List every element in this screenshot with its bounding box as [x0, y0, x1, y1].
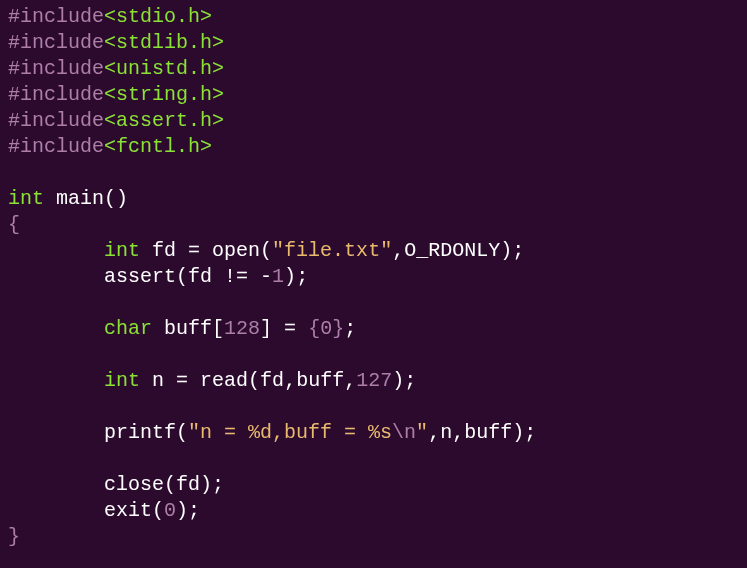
close-brace: }	[8, 525, 20, 548]
header-name: <fcntl.h>	[104, 135, 212, 158]
main-signature: int main()	[8, 187, 128, 210]
char-keyword: char	[104, 317, 152, 340]
read-function: read	[200, 369, 248, 392]
file-string: "file.txt"	[272, 239, 392, 262]
number-one: 1	[272, 265, 284, 288]
line-fd-open: int fd = open("file.txt",O_RDONLY);	[8, 239, 524, 262]
line-assert: assert(fd != -1);	[8, 265, 308, 288]
close-paren: )	[116, 187, 128, 210]
header-name: <string.h>	[104, 83, 224, 106]
header-name: <assert.h>	[104, 109, 224, 132]
include-line-4: #include<string.h>	[8, 83, 224, 106]
number-128: 128	[224, 317, 260, 340]
open-brace: {	[8, 213, 20, 236]
open-function: open	[212, 239, 260, 262]
header-name: <stdlib.h>	[104, 31, 224, 54]
n-variable: n	[152, 369, 164, 392]
assert-function: assert	[104, 265, 176, 288]
header-name: <unistd.h>	[104, 57, 224, 80]
header-name: <stdio.h>	[104, 5, 212, 28]
line-close: close(fd);	[8, 473, 224, 496]
int-keyword: int	[104, 369, 140, 392]
hash-include: #include	[8, 135, 104, 158]
hash-include: #include	[8, 31, 104, 54]
open-paren: (	[104, 187, 116, 210]
hash-include: #include	[8, 109, 104, 132]
printf-function: printf	[104, 421, 176, 444]
include-line-6: #include<fcntl.h>	[8, 135, 212, 158]
o-rdonly-constant: O_RDONLY	[404, 239, 500, 262]
line-exit: exit(0);	[8, 499, 200, 522]
include-line-3: #include<unistd.h>	[8, 57, 224, 80]
line-buff-decl: char buff[128] = {0};	[8, 317, 356, 340]
hash-include: #include	[8, 57, 104, 80]
include-line-2: #include<stdlib.h>	[8, 31, 224, 54]
include-line-5: #include<assert.h>	[8, 109, 224, 132]
code-block: #include<stdio.h> #include<stdlib.h> #in…	[8, 4, 739, 550]
number-zero: 0	[320, 317, 332, 340]
int-keyword: int	[8, 187, 44, 210]
escape-newline: \n	[392, 421, 416, 444]
include-line-1: #include<stdio.h>	[8, 5, 212, 28]
exit-function: exit	[104, 499, 152, 522]
hash-include: #include	[8, 5, 104, 28]
line-printf: printf("n = %d,buff = %s\n",n,buff);	[8, 421, 536, 444]
number-127: 127	[356, 369, 392, 392]
int-keyword: int	[104, 239, 140, 262]
fd-variable: fd	[152, 239, 176, 262]
line-read: int n = read(fd,buff,127);	[8, 369, 416, 392]
hash-include: #include	[8, 83, 104, 106]
buff-variable: buff	[164, 317, 212, 340]
number-zero: 0	[164, 499, 176, 522]
main-function: main	[56, 187, 104, 210]
printf-format-string: "n = %d,buff = %s	[188, 421, 392, 444]
close-function: close	[104, 473, 164, 496]
